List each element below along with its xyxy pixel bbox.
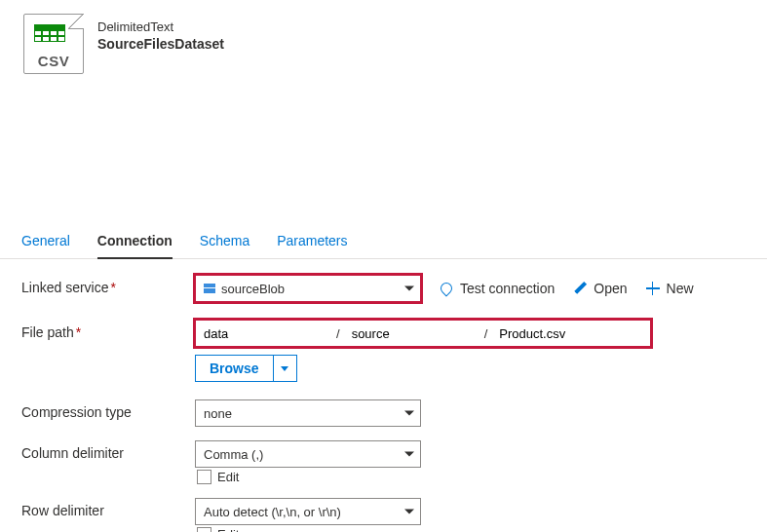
file-path-file-input[interactable] <box>491 321 628 346</box>
compression-type-label: Compression type <box>21 399 195 420</box>
browse-button-group: Browse <box>195 355 297 382</box>
new-button[interactable]: New <box>645 281 694 296</box>
row-delimiter-edit-label: Edit <box>217 527 239 532</box>
open-button[interactable]: Open <box>572 281 627 296</box>
column-delimiter-select[interactable]: Comma (,) <box>195 440 421 468</box>
row-delimiter-edit-checkbox[interactable] <box>197 527 211 532</box>
dataset-type: DelimitedText <box>97 19 224 34</box>
test-connection-button[interactable]: Test connection <box>439 281 555 296</box>
tab-general[interactable]: General <box>21 225 70 259</box>
chevron-down-icon <box>404 411 414 416</box>
file-path-label: File path* <box>21 320 195 340</box>
tab-schema[interactable]: Schema <box>200 225 249 259</box>
linked-service-select[interactable]: sourceBlob <box>195 275 421 302</box>
chevron-down-icon <box>404 510 414 514</box>
column-delimiter-edit-label: Edit <box>217 470 239 484</box>
test-connection-icon <box>439 281 454 296</box>
storage-icon <box>204 284 215 293</box>
csv-file-icon: CSV <box>23 14 84 74</box>
column-delimiter-value: Comma (,) <box>204 447 263 462</box>
file-path-directory-input[interactable] <box>344 321 480 346</box>
tabs-bar: General Connection Schema Parameters <box>0 225 767 259</box>
row-delimiter-label: Row delimiter <box>21 498 195 518</box>
compression-type-select[interactable]: none <box>195 399 421 427</box>
browse-dropdown-button[interactable] <box>274 355 297 382</box>
file-path-container-input[interactable] <box>196 321 332 346</box>
linked-service-value: sourceBlob <box>221 282 285 296</box>
browse-button[interactable]: Browse <box>195 355 274 382</box>
path-separator: / <box>332 326 344 341</box>
chevron-down-icon <box>404 286 414 291</box>
row-delimiter-value: Auto detect (\r,\n, or \r\n) <box>204 505 341 519</box>
dataset-name: SourceFilesDataset <box>97 36 224 52</box>
compression-type-value: none <box>204 406 232 421</box>
chevron-down-icon <box>404 452 414 457</box>
linked-service-label: Linked service* <box>21 275 195 295</box>
chevron-down-icon <box>281 366 288 371</box>
csv-icon-label: CSV <box>24 53 83 69</box>
pencil-icon <box>572 281 588 296</box>
column-delimiter-edit-checkbox[interactable] <box>197 470 211 484</box>
tab-connection[interactable]: Connection <box>97 225 173 259</box>
tab-parameters[interactable]: Parameters <box>277 225 347 259</box>
path-separator: / <box>480 326 492 341</box>
plus-icon <box>645 281 661 296</box>
column-delimiter-label: Column delimiter <box>21 440 195 461</box>
row-delimiter-select[interactable]: Auto detect (\r,\n, or \r\n) <box>195 498 421 525</box>
